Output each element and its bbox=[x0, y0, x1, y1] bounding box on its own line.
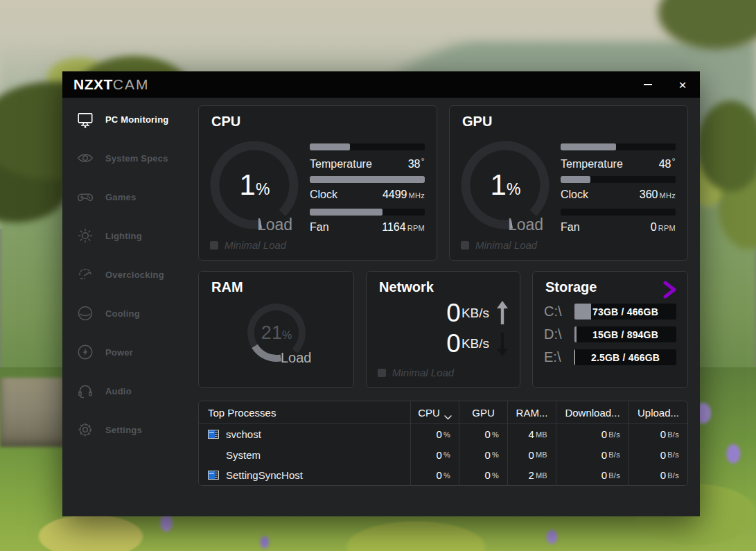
sidebar-item-label: System Specs bbox=[105, 153, 168, 164]
process-value-cell: 0B/s bbox=[556, 445, 628, 466]
gpu-metric-clock: Clock360MHz bbox=[561, 176, 676, 202]
process-row: SettingSyncHost0%0%2MB0B/s0B/s bbox=[199, 465, 687, 486]
metric-bar bbox=[561, 176, 676, 183]
metric-bar-fill bbox=[310, 143, 350, 150]
wallpaper-tree bbox=[624, 0, 756, 62]
metric-value: 38° bbox=[408, 156, 425, 170]
network-panel-title: Network bbox=[379, 279, 434, 295]
network-upload-rate: 0KB/s bbox=[446, 298, 509, 329]
process-app-icon bbox=[208, 471, 219, 480]
metric-bar bbox=[310, 209, 425, 216]
process-name: SettingSyncHost bbox=[226, 469, 303, 481]
gauge-icon bbox=[76, 265, 94, 283]
metric-unit: MHz bbox=[408, 191, 425, 200]
metric-unit: RPM bbox=[407, 224, 425, 232]
nzxt-cam-window: NZXTCAM × PC MonitoringSystem SpecsGames… bbox=[62, 71, 700, 516]
storage-drive-row: D:\15GB / 894GB bbox=[544, 326, 676, 342]
ram-load-value: 21% bbox=[261, 322, 292, 344]
sidebar-item-games[interactable]: Games bbox=[62, 177, 198, 216]
logo-cam: CAM bbox=[113, 76, 150, 92]
process-value-unit: B/s bbox=[667, 430, 679, 439]
process-value-unit: MB bbox=[536, 430, 547, 439]
network-rate-unit: KB/s bbox=[461, 336, 489, 351]
drive-label: E:\ bbox=[544, 349, 574, 365]
network-rates: 0KB/s0KB/s bbox=[446, 298, 509, 359]
desktop: NZXTCAM × PC MonitoringSystem SpecsGames… bbox=[0, 0, 756, 551]
network-minimal-load-checkbox[interactable]: Minimal Load bbox=[378, 367, 454, 378]
process-value-unit: B/s bbox=[608, 430, 620, 439]
headset-icon bbox=[76, 382, 94, 400]
sidebar-item-label: Games bbox=[105, 192, 136, 202]
metric-bar-fill bbox=[310, 209, 383, 216]
table-header-cpu[interactable]: CPU bbox=[410, 401, 459, 423]
table-header-upload: Upload... bbox=[628, 401, 687, 423]
metric-value: 4499MHz bbox=[383, 189, 425, 201]
drive-usage-text: 15GB / 894GB bbox=[574, 326, 676, 342]
metric-value: 360MHz bbox=[640, 189, 676, 201]
process-value-unit: B/s bbox=[608, 451, 620, 459]
process-value-unit: B/s bbox=[667, 471, 679, 480]
storage-panel: Storage C:\73GB / 466GBD:\15GB / 894GBE:… bbox=[532, 271, 688, 388]
metric-bar-fill bbox=[310, 176, 425, 183]
gpu-panel-title: GPU bbox=[462, 114, 492, 130]
metric-label: Clock bbox=[310, 189, 337, 201]
process-value-cell: 4MB bbox=[507, 424, 556, 445]
metric-bar bbox=[310, 176, 425, 183]
drive-usage-bar: 15GB / 894GB bbox=[574, 326, 676, 342]
sidebar-item-power[interactable]: Power bbox=[62, 333, 198, 371]
network-download-rate: 0KB/s bbox=[446, 329, 509, 359]
arrow-down-icon bbox=[496, 331, 509, 356]
process-value-unit: B/s bbox=[608, 471, 620, 480]
gpu-metric-temperature: Temperature48° bbox=[561, 143, 676, 169]
sidebar-item-label: PC Monitoring bbox=[105, 114, 168, 125]
metric-unit: RPM bbox=[658, 224, 676, 232]
gear-icon bbox=[76, 421, 94, 439]
sidebar-item-cooling[interactable]: Cooling bbox=[62, 294, 198, 333]
process-value-unit: % bbox=[492, 451, 499, 459]
metric-value: 0RPM bbox=[651, 221, 676, 234]
minimize-button[interactable] bbox=[631, 71, 665, 98]
sidebar-item-settings[interactable]: Settings bbox=[62, 410, 198, 449]
sidebar-item-system-specs[interactable]: System Specs bbox=[62, 139, 198, 177]
sidebar-item-lighting[interactable]: Lighting bbox=[62, 216, 198, 255]
storage-drive-row: E:\2.5GB / 466GB bbox=[544, 349, 676, 365]
cpu-minimal-load-checkbox[interactable]: Minimal Load bbox=[210, 239, 286, 251]
cpu-load-value: 1% bbox=[240, 168, 270, 202]
sidebar-item-label: Power bbox=[105, 347, 133, 358]
process-value-cell: 0B/s bbox=[628, 424, 687, 445]
sidebar-item-pc-monitoring[interactable]: PC Monitoring bbox=[62, 100, 198, 139]
process-name-cell: svchost bbox=[199, 424, 410, 445]
metric-label: Fan bbox=[561, 221, 580, 234]
metric-bar-fill bbox=[561, 176, 590, 183]
gpu-metrics: Temperature48°Clock360MHzFan0RPM bbox=[561, 143, 676, 241]
process-app-icon bbox=[208, 430, 219, 439]
drive-label: C:\ bbox=[544, 304, 574, 320]
metric-label: Clock bbox=[561, 189, 588, 201]
network-rate-value: 0 bbox=[446, 329, 461, 358]
gpu-minimal-load-checkbox[interactable]: Minimal Load bbox=[461, 239, 537, 251]
sidebar-item-label: Settings bbox=[105, 425, 142, 435]
sun-icon bbox=[76, 227, 94, 245]
storage-expand-chevron-icon[interactable] bbox=[662, 281, 678, 299]
metric-label: Temperature bbox=[310, 158, 372, 170]
drive-usage-text: 73GB / 466GB bbox=[574, 304, 676, 320]
gamepad-icon bbox=[76, 188, 94, 206]
app-logo: NZXTCAM bbox=[73, 76, 150, 93]
cpu-metric-temperature: Temperature38° bbox=[310, 143, 425, 169]
cpu-panel-title: CPU bbox=[211, 114, 240, 130]
process-name: System bbox=[226, 449, 261, 461]
process-value-cell: 0B/s bbox=[556, 424, 628, 445]
metric-bar bbox=[561, 209, 676, 216]
titlebar[interactable]: NZXTCAM × bbox=[62, 71, 700, 98]
process-value-cell: 0B/s bbox=[628, 445, 687, 466]
cpu-metric-fan: Fan1164RPM bbox=[310, 209, 425, 234]
table-header-row: Top ProcessesCPUGPURAM...Download...Uplo… bbox=[199, 401, 687, 424]
process-value-unit: % bbox=[443, 430, 450, 439]
sidebar-item-audio[interactable]: Audio bbox=[62, 371, 198, 410]
process-value-cell: 0% bbox=[459, 424, 507, 445]
sidebar-item-overclocking[interactable]: Overclocking bbox=[62, 255, 198, 294]
close-button[interactable]: × bbox=[665, 71, 700, 98]
cpu-load-label: Load bbox=[257, 216, 292, 234]
sidebar-item-label: Overclocking bbox=[105, 270, 164, 280]
process-name: svchost bbox=[226, 428, 261, 440]
